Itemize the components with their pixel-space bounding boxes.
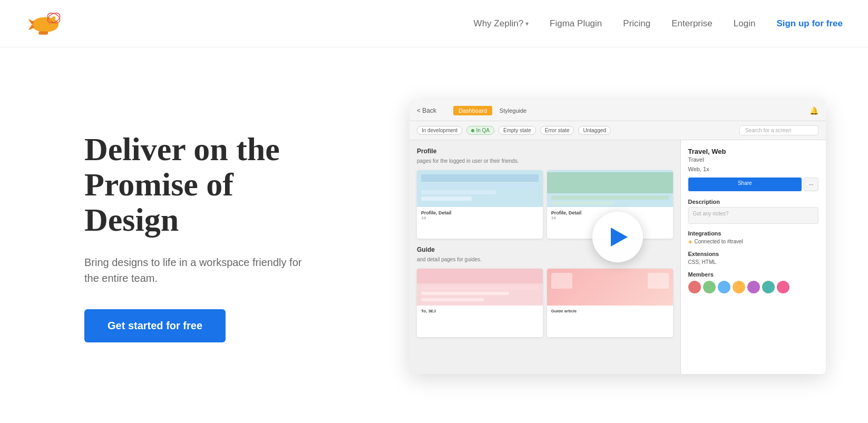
card1-info: Profile, Detail 1d [417, 207, 543, 223]
nav-signup[interactable]: Sign up for free [776, 18, 843, 29]
member-avatar [747, 281, 760, 293]
card4-info: Guide article [547, 306, 673, 317]
app-toolbar: In development In QA Empty state Error s… [409, 121, 826, 140]
section2-desc: and detail pages for guides. [417, 257, 673, 262]
app-tab-styleguide[interactable]: Styleguide [494, 106, 532, 115]
play-triangle-icon [611, 228, 628, 247]
card1-label: Profile, Detail [421, 210, 539, 215]
svg-rect-3 [38, 31, 48, 34]
card3-info: To, 3EJ [417, 306, 543, 317]
logo[interactable] [25, 9, 63, 38]
card4-label: Guide article [551, 309, 669, 313]
section1-desc: pages for the logged in user or their fr… [417, 158, 673, 164]
filter-untagged[interactable]: Untagged [578, 126, 610, 135]
header: Why Zeplin? ▾ Figma Plugin Pricing Enter… [0, 0, 868, 47]
member-avatar [718, 281, 730, 293]
hero-title: Deliver on the Promise of Design [84, 132, 306, 238]
bell-icon[interactable]: 🔔 [810, 106, 818, 115]
panel-description-input[interactable]: Got any notes? [688, 207, 819, 224]
app-screenshot: < Back Dashboard Styleguide 🔔 In develop… [409, 100, 826, 374]
app-tab-dashboard[interactable]: Dashboard [453, 106, 492, 115]
nav-why-zeplin[interactable]: Why Zeplin? ▾ [474, 18, 529, 29]
member-avatar [762, 281, 775, 293]
app-bar: < Back Dashboard Styleguide 🔔 [409, 100, 826, 121]
app-preview: < Back Dashboard Styleguide 🔔 In develop… [409, 100, 826, 374]
panel-integrations-label: Integrations [688, 230, 819, 237]
logo-icon [25, 9, 63, 38]
filter-empty[interactable]: Empty state [499, 126, 536, 135]
cards-row-2: To, 3EJ Guide article [417, 269, 673, 337]
panel-web: Web, 1x [688, 166, 819, 172]
play-button[interactable] [592, 212, 643, 262]
hero-subtitle: Bring designs to life in a workspace fri… [84, 254, 306, 286]
nav-figma-plugin[interactable]: Figma Plugin [550, 18, 602, 29]
panel-title: Travel, Web [688, 147, 819, 155]
screen-search[interactable]: Search for a screen [739, 125, 818, 135]
cta-button[interactable]: Get started for free [84, 309, 226, 342]
card3-thumbnail [417, 269, 543, 306]
panel-description-label: Description [688, 199, 819, 205]
main-nav: Why Zeplin? ▾ Figma Plugin Pricing Enter… [474, 18, 843, 29]
hero-left: Deliver on the Promise of Design Bring d… [84, 132, 306, 342]
filter-error[interactable]: Error state [540, 126, 574, 135]
app-back-button[interactable]: < Back [417, 107, 436, 114]
panel-extensions-value: CSS, HTML [688, 259, 819, 265]
member-avatar [733, 281, 745, 293]
panel-extensions-label: Extensions [688, 251, 819, 257]
panel-members-avatars [688, 281, 819, 293]
member-avatar [688, 281, 701, 293]
svg-point-8 [52, 16, 55, 19]
app-main-panel: Profile pages for the logged in user or … [409, 140, 680, 374]
member-avatar [777, 281, 789, 293]
panel-share-button[interactable]: Share [688, 178, 802, 191]
app-right-panel: Travel, Web Travel Web, 1x Share ··· Des… [680, 140, 826, 374]
card4-thumbnail [547, 269, 673, 306]
section2: Guide and detail pages for guides. To [417, 246, 673, 337]
nav-enterprise[interactable]: Enterprise [671, 18, 712, 29]
nav-pricing[interactable]: Pricing [623, 18, 650, 29]
card3-label: To, 3EJ [421, 309, 539, 313]
filter-inqa[interactable]: In QA [466, 126, 494, 135]
panel-share-row: Share ··· [688, 178, 819, 191]
card2-thumbnail [547, 170, 673, 207]
card-3[interactable]: To, 3EJ [417, 269, 543, 337]
panel-more-button[interactable]: ··· [804, 178, 818, 191]
section1-title: Profile [417, 147, 673, 155]
card1-sub: 1d [421, 215, 539, 220]
app-tabs: Dashboard Styleguide [453, 106, 532, 115]
card-1[interactable]: Profile, Detail 1d [417, 170, 543, 239]
panel-integration-value: Connected to #travel [688, 239, 819, 244]
panel-members-label: Members [688, 271, 819, 278]
chevron-down-icon: ▾ [525, 20, 529, 27]
card-4[interactable]: Guide article [547, 269, 673, 337]
member-avatar [703, 281, 716, 293]
nav-login[interactable]: Login [734, 18, 756, 29]
hero-section: Deliver on the Promise of Design Bring d… [0, 47, 868, 423]
card1-thumbnail [417, 170, 543, 207]
filter-development[interactable]: In development [417, 126, 462, 135]
panel-subtitle: Travel [688, 156, 819, 163]
